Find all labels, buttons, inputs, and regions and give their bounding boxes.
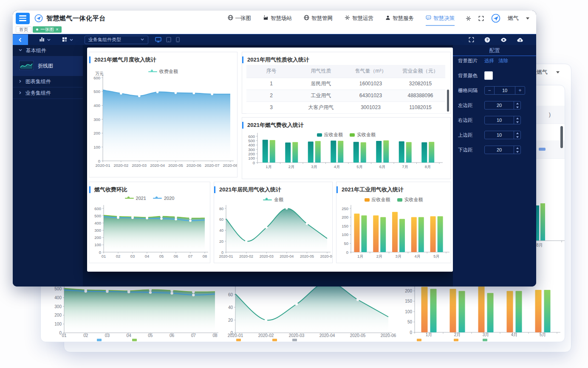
widget-title: 2021年燃气费收入统计 — [242, 121, 304, 129]
svg-text:100: 100 — [248, 156, 255, 160]
line-chart-thumbnail — [19, 61, 34, 71]
config-右边距-control: 10 — [484, 116, 531, 124]
nav-item-一张图[interactable]: 一张图 — [228, 11, 252, 26]
spin-down-icon[interactable] — [514, 120, 520, 124]
legend-item-实收金额[interactable]: 实收金额 — [397, 197, 423, 203]
tab-dot-icon — [36, 28, 38, 31]
help-icon[interactable]: ? — [484, 37, 490, 43]
svg-text:2020-04: 2020-04 — [280, 254, 294, 258]
tab-active[interactable]: 一张图 × — [33, 26, 62, 33]
legend-swatch-icon — [365, 198, 370, 202]
svg-text:50: 50 — [344, 241, 348, 246]
chart-components-menu[interactable] — [39, 36, 51, 44]
spin-down-icon[interactable] — [514, 135, 520, 139]
spinner-buttons[interactable] — [514, 116, 520, 124]
legend-label: 应收金额 — [324, 132, 343, 138]
spinner-buttons[interactable] — [514, 101, 520, 109]
tab-home[interactable]: 首页 — [16, 26, 31, 33]
product-label: 燃气 — [508, 14, 519, 22]
chart-legend: 应收金额实收金额 — [336, 197, 451, 203]
svg-text:300: 300 — [248, 147, 255, 152]
table-scrollbar-thumb[interactable] — [447, 90, 449, 112]
legend-item-实收金额[interactable]: 实收金额 — [350, 132, 376, 138]
legend-line-icon — [263, 199, 272, 200]
legend-item-收费金额[interactable]: 收费金额 — [148, 68, 178, 75]
svg-text:400: 400 — [94, 221, 101, 225]
nav-item-智慧服务[interactable]: 智慧服务 — [385, 11, 414, 26]
caret-down-icon — [516, 136, 519, 138]
table-cell: 居民用气 — [296, 78, 346, 90]
background-product-area: 燃气 — [537, 68, 560, 76]
margin-input-上边距[interactable]: 10 — [484, 131, 521, 139]
spin-up-icon[interactable] — [514, 101, 520, 105]
sidebar-group-业务集组件[interactable]: 业务集组件 — [13, 87, 83, 99]
bg-image-choose-link[interactable]: 选择 — [484, 58, 494, 64]
device-preview-switch — [155, 37, 180, 42]
svg-text:500: 500 — [54, 287, 62, 291]
nav-item-label: 智慧决策 — [433, 15, 455, 22]
plus-button[interactable]: + — [515, 87, 525, 94]
gear-icon[interactable] — [466, 16, 471, 21]
sidebar-item-折线图[interactable]: 折线图 — [13, 56, 83, 76]
table-header-cell: 售气量（m³） — [346, 65, 396, 78]
nav-item-智慧运营[interactable]: 智慧运营 — [345, 11, 373, 26]
component-type-select[interactable]: 业务集组件类型 — [85, 36, 148, 44]
hamburger-menu-button[interactable] — [16, 13, 30, 24]
collapse-sidebar-button[interactable] — [13, 34, 28, 45]
spin-up-icon[interactable] — [514, 131, 520, 135]
sidebar-group-基本组件[interactable]: 基本组件 — [13, 45, 83, 56]
bg-image-clear-link[interactable]: 清除 — [498, 58, 508, 64]
minus-button[interactable]: − — [485, 87, 494, 94]
svg-text:05: 05 — [148, 333, 153, 338]
fullscreen-icon[interactable] — [469, 37, 474, 42]
spin-up-icon[interactable] — [514, 116, 520, 120]
grid-gap-value: 10 — [494, 87, 515, 94]
svg-text:200: 200 — [342, 215, 348, 219]
margin-input-左边距[interactable]: 20 — [484, 101, 521, 110]
spinner-buttons[interactable] — [514, 131, 520, 139]
table-header-row: 序号用气性质售气量（m³）营业金额（元） — [246, 65, 445, 78]
spin-down-icon[interactable] — [514, 105, 520, 109]
margin-value: 20 — [485, 146, 514, 154]
legend-item-2021[interactable]: 2021 — [125, 196, 146, 201]
margin-input-右边距[interactable]: 10 — [484, 116, 521, 124]
spin-up-icon[interactable] — [514, 146, 520, 150]
svg-text:5月: 5月 — [433, 254, 440, 258]
nav-item-智慧管网[interactable]: 智慧管网 — [304, 11, 333, 26]
spin-down-icon[interactable] — [514, 150, 520, 154]
nav-item-智慧场站[interactable]: 智慧场站 — [263, 11, 292, 26]
legend-item-应收金额[interactable]: 应收金额 — [317, 132, 343, 138]
legend-fragment — [454, 339, 458, 341]
preview-eye-icon[interactable] — [500, 37, 507, 42]
svg-text:02: 02 — [83, 333, 88, 338]
svg-text:80: 80 — [219, 207, 223, 211]
svg-text:3月: 3月 — [483, 332, 489, 337]
tab-close-icon[interactable]: × — [56, 28, 59, 32]
chart-legend: 收费金额 — [89, 68, 237, 75]
grid-components-menu[interactable] — [62, 36, 74, 44]
margin-input-下边距[interactable]: 20 — [484, 146, 521, 154]
legend-item-应收金额[interactable]: 应收金额 — [365, 197, 390, 203]
legend-swatch-icon — [350, 133, 355, 137]
globe-icon — [228, 15, 233, 22]
svg-text:200: 200 — [54, 313, 62, 317]
svg-text:400: 400 — [54, 295, 62, 300]
config-左边距: 左边距20 — [458, 101, 531, 110]
chevron-right-icon — [18, 90, 22, 96]
publish-cloud-icon[interactable] — [517, 37, 523, 42]
caret-down-icon[interactable] — [526, 17, 529, 20]
legend-item-金额[interactable]: 金额 — [263, 197, 283, 203]
tablet-icon[interactable] — [166, 37, 171, 42]
legend-item-2020[interactable]: 2020 — [153, 196, 174, 201]
sidebar-group-图表集组件[interactable]: 图表集组件 — [13, 76, 83, 87]
bg-color-swatch[interactable] — [484, 71, 493, 80]
widget-chart: 2021年燃气费收入统计01002003004005006001月2月3月4月5… — [242, 117, 451, 179]
fullscreen-icon[interactable] — [478, 16, 484, 21]
nav-item-智慧决策[interactable]: 智慧决策 — [426, 11, 455, 26]
svg-text:2020-06: 2020-06 — [187, 163, 201, 168]
monitor-icon[interactable] — [155, 37, 161, 42]
phone-icon[interactable] — [176, 37, 180, 42]
widget-title: 2021年燃气月度收入统计 — [89, 56, 156, 64]
spinner-buttons[interactable] — [514, 146, 520, 154]
widget-chart: 2021年燃气月度收入统计01002003004005006002020-012… — [89, 52, 237, 177]
